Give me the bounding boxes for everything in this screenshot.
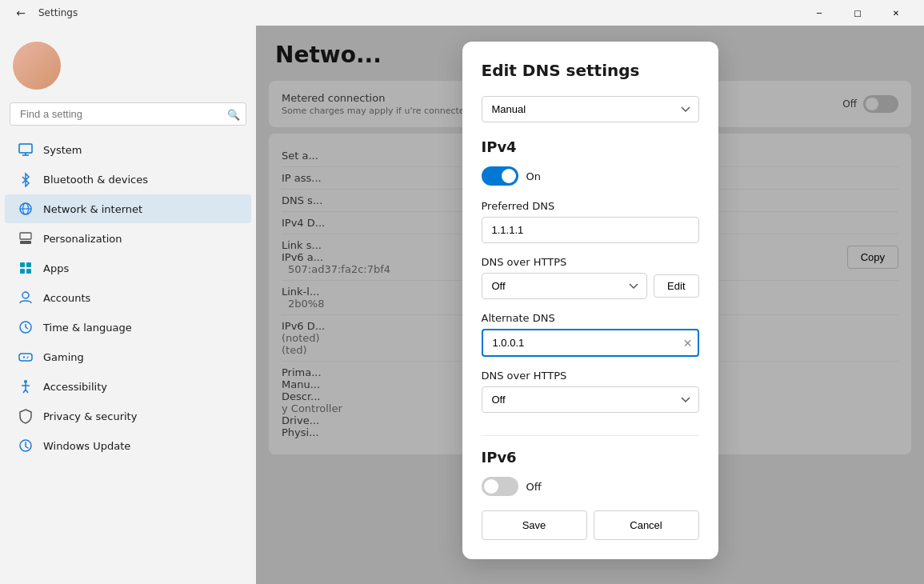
sidebar-nav: System Bluetooth & devices Network & int…: [0, 135, 256, 460]
app-layout: 🔍 System Bluetooth & devices Network & i…: [0, 26, 924, 584]
sidebar-item-gaming[interactable]: Gaming: [5, 342, 251, 371]
sidebar-item-privacy[interactable]: Privacy & security: [5, 402, 251, 430]
close-button[interactable]: ✕: [878, 0, 914, 26]
ipv6-toggle-knob: [484, 479, 498, 494]
preferred-dns-input-wrap: [482, 217, 699, 243]
dns-mode-select[interactable]: Manual Automatic (DHCP): [482, 96, 699, 122]
sidebar-item-bluetooth[interactable]: Bluetooth & devices: [5, 165, 251, 194]
app-title: Settings: [38, 7, 78, 18]
search-input[interactable]: [10, 102, 246, 126]
alternate-dns-input-wrap: ✕: [482, 329, 699, 357]
alternate-https-label: DNS over HTTPS: [482, 370, 699, 382]
sidebar-item-label-system: System: [43, 144, 82, 156]
save-button[interactable]: Save: [482, 510, 587, 540]
preferred-dns-label: Preferred DNS: [482, 200, 699, 212]
svg-point-14: [22, 292, 29, 298]
sidebar-item-label-network: Network & internet: [43, 203, 142, 215]
sidebar-item-label-personalization: Personalization: [43, 233, 122, 245]
ipv4-on-label: On: [526, 170, 541, 182]
content-area: Netwo... Metered connection Some charges…: [256, 26, 924, 584]
section-divider: [482, 435, 699, 436]
sidebar-item-label-accessibility: Accessibility: [43, 381, 107, 393]
sidebar-item-label-gaming: Gaming: [43, 351, 84, 363]
sidebar-item-time[interactable]: Time & language: [5, 313, 251, 342]
sidebar-item-label-windows-update: Windows Update: [43, 440, 130, 452]
time-icon: [18, 319, 34, 335]
minimize-button[interactable]: ─: [801, 0, 838, 26]
svg-point-21: [27, 356, 29, 358]
svg-point-23: [24, 380, 27, 383]
svg-rect-0: [19, 144, 32, 153]
svg-point-22: [26, 358, 28, 359]
avatar: [13, 42, 61, 90]
clear-icon[interactable]: ✕: [683, 337, 693, 350]
ipv4-toggle-row: On: [482, 166, 699, 186]
preferred-https-edit-button[interactable]: Edit: [654, 274, 698, 298]
maximize-button[interactable]: □: [839, 0, 876, 26]
alternate-dns-input[interactable]: [482, 329, 699, 357]
accounts-icon: [18, 290, 34, 306]
dialog-title: Edit DNS settings: [482, 61, 699, 80]
preferred-https-select[interactable]: Off On: [482, 273, 648, 299]
sidebar-item-system[interactable]: System: [5, 135, 251, 164]
sidebar-item-apps[interactable]: Apps: [5, 254, 251, 282]
privacy-icon: [18, 408, 34, 424]
search-icon: 🔍: [227, 108, 240, 120]
sidebar-item-accounts[interactable]: Accounts: [5, 283, 251, 312]
alternate-dns-label: Alternate DNS: [482, 312, 699, 324]
alternate-https-select[interactable]: Off On: [482, 386, 699, 413]
ipv4-toggle-knob: [502, 169, 516, 183]
dialog-footer: Save Cancel: [482, 510, 699, 540]
ipv4-section-title: IPv4: [482, 138, 699, 155]
ipv4-toggle[interactable]: [482, 166, 518, 186]
titlebar: ← Settings ─ □ ✕: [0, 0, 924, 26]
svg-rect-11: [26, 262, 31, 267]
svg-rect-12: [20, 269, 25, 274]
network-icon: [18, 201, 34, 217]
svg-rect-9: [20, 233, 31, 239]
svg-line-17: [26, 327, 28, 329]
bluetooth-icon: [18, 171, 34, 187]
sidebar-item-accessibility[interactable]: Accessibility: [5, 372, 251, 401]
svg-line-27: [26, 390, 28, 393]
svg-rect-8: [20, 241, 31, 244]
sidebar-item-network[interactable]: Network & internet: [5, 194, 251, 223]
sidebar-item-windows-update[interactable]: Windows Update: [5, 431, 251, 460]
ipv6-off-label: Off: [526, 481, 542, 493]
sidebar-item-label-bluetooth: Bluetooth & devices: [43, 174, 148, 186]
accessibility-icon: [18, 378, 34, 394]
apps-icon: [18, 260, 34, 276]
ipv6-toggle[interactable]: [482, 477, 518, 496]
gaming-icon: [18, 349, 34, 365]
preferred-https-label: DNS over HTTPS: [482, 256, 699, 268]
svg-rect-18: [19, 354, 32, 361]
cancel-button[interactable]: Cancel: [594, 510, 699, 540]
sidebar: 🔍 System Bluetooth & devices Network & i…: [0, 26, 256, 584]
user-avatar-area: [0, 35, 256, 102]
windows-update-icon: [18, 438, 34, 454]
personalization-icon: [18, 230, 34, 246]
ipv6-section-title: IPv6: [482, 449, 699, 466]
sidebar-item-label-apps: Apps: [43, 262, 69, 274]
ipv6-toggle-row: Off: [482, 477, 699, 496]
sidebar-item-personalization[interactable]: Personalization: [5, 224, 251, 253]
system-icon: [18, 142, 34, 158]
svg-rect-10: [20, 262, 25, 267]
svg-rect-13: [26, 269, 31, 274]
preferred-dns-input[interactable]: [482, 217, 699, 243]
back-button[interactable]: ←: [10, 2, 32, 24]
window-controls: ─ □ ✕: [801, 0, 914, 26]
edit-dns-dialog: Edit DNS settings Manual Automatic (DHCP…: [462, 42, 718, 559]
search-container: 🔍: [10, 102, 246, 126]
sidebar-item-label-accounts: Accounts: [43, 292, 90, 304]
sidebar-item-label-privacy: Privacy & security: [43, 410, 137, 422]
sidebar-item-label-time: Time & language: [43, 322, 132, 334]
